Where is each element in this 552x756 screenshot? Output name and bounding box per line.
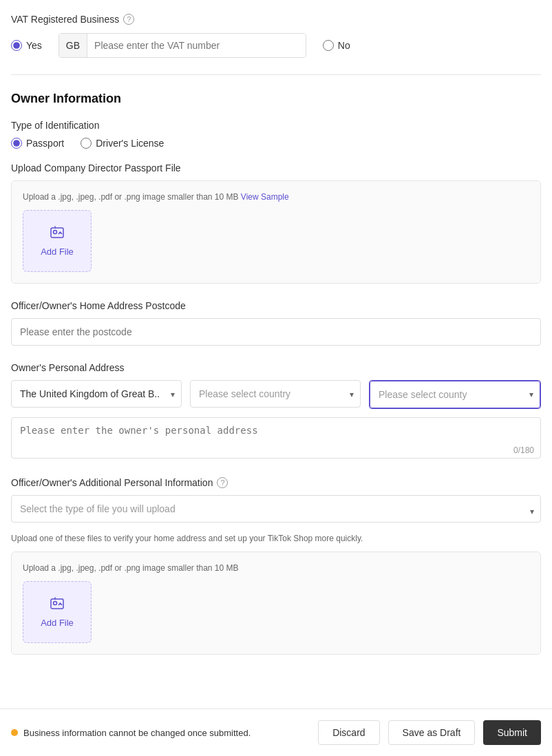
id-type-label: Type of Identification (11, 120, 541, 131)
region-select-wrapper: Please select country ▾ (190, 380, 361, 409)
vat-help-icon[interactable]: ? (123, 14, 134, 25)
vat-no-label: No (338, 40, 350, 51)
upload-icon (50, 225, 65, 242)
add-passport-file-label: Add File (41, 246, 74, 257)
county-select-wrapper: Please select county ▾ (369, 380, 541, 409)
vat-input-wrapper: GB (59, 33, 306, 58)
upload-passport-section: Upload Company Director Passport File Up… (11, 162, 541, 284)
file-type-select[interactable]: Select the type of file you will upload (11, 495, 541, 523)
personal-address-label: Owner's Personal Address (11, 362, 541, 373)
vat-yes-label: Yes (26, 40, 42, 51)
additional-upload-area: Upload a .jpg, .jpeg, .pdf or .png image… (11, 552, 541, 655)
address-textarea-wrapper: 0/180 (11, 417, 541, 461)
svg-point-1 (54, 231, 57, 234)
view-sample-link[interactable]: View Sample (241, 192, 289, 202)
owner-info-section: Owner Information Type of Identification… (11, 92, 541, 655)
char-count: 0/180 (513, 445, 534, 455)
vat-section: VAT Registered Business ? Yes GB No (11, 14, 541, 58)
postcode-section: Officer/Owner's Home Address Postcode (11, 300, 541, 346)
id-type-field: Type of Identification Passport Driver's… (11, 120, 541, 149)
additional-upload-hint: Upload a .jpg, .jpeg, .pdf or .png image… (23, 563, 529, 573)
warning-row: Business information cannot be changed o… (11, 728, 310, 738)
personal-address-section: Owner's Personal Address The United King… (11, 362, 541, 461)
id-type-radio-group: Passport Driver's License (11, 138, 541, 149)
svg-point-3 (54, 602, 57, 605)
passport-option[interactable]: Passport (11, 138, 64, 149)
submit-button[interactable]: Submit (483, 720, 541, 745)
address-textarea[interactable] (11, 417, 541, 459)
upload-passport-area: Upload a .jpg, .jpeg, .pdf or .png image… (11, 180, 541, 284)
country-select[interactable]: The United Kingdom of Great B... (11, 380, 182, 408)
vat-no-radio[interactable] (323, 40, 334, 51)
postcode-input[interactable] (11, 318, 541, 346)
additional-info-label-row: Officer/Owner's Additional Personal Info… (11, 477, 541, 488)
warning-dot-icon (11, 729, 18, 736)
country-select-wrapper: The United Kingdom of Great B... ▾ (11, 380, 182, 409)
upload-verify-hint: Upload one of these files to verify your… (11, 534, 541, 543)
upload-passport-label: Upload Company Director Passport File (11, 162, 541, 174)
region-select[interactable]: Please select country (190, 380, 361, 408)
discard-button[interactable]: Discard (318, 720, 379, 745)
drivers-license-radio[interactable] (81, 138, 92, 149)
upload-passport-hint: Upload a .jpg, .jpeg, .pdf or .png image… (23, 192, 529, 202)
additional-info-help-icon[interactable]: ? (217, 477, 228, 488)
owner-info-title: Owner Information (11, 92, 541, 106)
vat-yes-radio[interactable] (11, 40, 22, 51)
vat-no-option[interactable]: No (323, 40, 350, 51)
add-additional-file-button[interactable]: Add File (23, 581, 92, 643)
section-divider (11, 74, 541, 75)
vat-prefix: GB (59, 34, 87, 57)
additional-info-label: Officer/Owner's Additional Personal Info… (11, 477, 213, 488)
passport-label: Passport (26, 138, 64, 149)
warning-text: Business information cannot be changed o… (23, 728, 251, 738)
footer-bar: Business information cannot be changed o… (0, 708, 552, 756)
additional-upload-icon (50, 596, 65, 613)
save-draft-button[interactable]: Save as Draft (388, 720, 476, 745)
add-passport-file-button[interactable]: Add File (23, 210, 92, 272)
county-select[interactable]: Please select county (370, 381, 540, 408)
drivers-license-option[interactable]: Driver's License (81, 138, 164, 149)
drivers-license-label: Driver's License (96, 138, 164, 149)
additional-info-section: Officer/Owner's Additional Personal Info… (11, 477, 541, 655)
vat-number-input[interactable] (87, 34, 306, 57)
address-selects-row: The United Kingdom of Great B... ▾ Pleas… (11, 380, 541, 409)
postcode-label: Officer/Owner's Home Address Postcode (11, 300, 541, 311)
vat-label: VAT Registered Business (11, 14, 119, 25)
passport-radio[interactable] (11, 138, 22, 149)
vat-yes-option[interactable]: Yes (11, 40, 42, 51)
add-additional-file-label: Add File (41, 618, 74, 628)
